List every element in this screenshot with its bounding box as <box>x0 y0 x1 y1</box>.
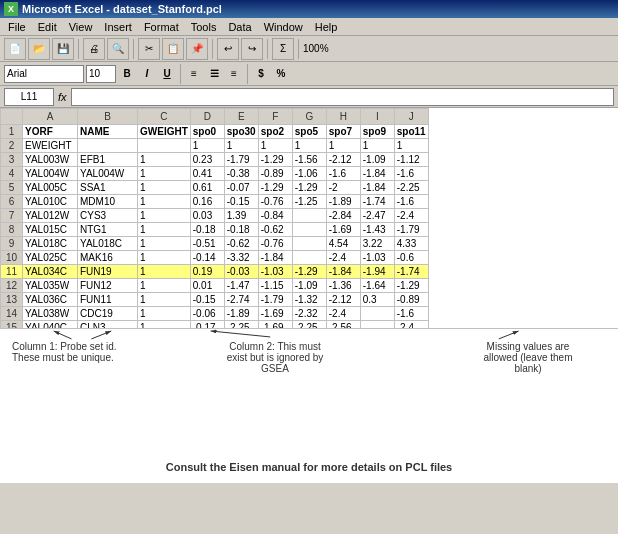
cell[interactable]: -1.69 <box>258 321 292 329</box>
cell[interactable]: -0.51 <box>190 237 224 251</box>
cell[interactable]: GWEIGHT <box>138 125 191 139</box>
cell[interactable]: -1.03 <box>258 265 292 279</box>
cell[interactable]: -1.79 <box>224 153 258 167</box>
cell[interactable]: MDM10 <box>78 195 138 209</box>
cell[interactable]: -1.09 <box>292 279 326 293</box>
open-button[interactable]: 📂 <box>28 38 50 60</box>
cell[interactable] <box>292 223 326 237</box>
italic-button[interactable]: I <box>138 65 156 83</box>
cell[interactable]: 0.01 <box>190 279 224 293</box>
cell[interactable]: -2.12 <box>326 153 360 167</box>
cell[interactable]: -1.29 <box>292 265 326 279</box>
cell[interactable]: 0.61 <box>190 181 224 195</box>
cell[interactable]: -2.4 <box>326 251 360 265</box>
cell[interactable]: -0.76 <box>258 195 292 209</box>
cell[interactable]: -1.29 <box>258 181 292 195</box>
undo-button[interactable]: ↩ <box>217 38 239 60</box>
cell[interactable]: -0.76 <box>258 237 292 251</box>
cell[interactable] <box>360 307 394 321</box>
cell[interactable]: 1 <box>258 139 292 153</box>
cell[interactable]: -2.84 <box>326 209 360 223</box>
cell[interactable]: -0.89 <box>394 293 428 307</box>
cell[interactable]: YAL005C <box>23 181 78 195</box>
menu-edit[interactable]: Edit <box>32 18 63 35</box>
cell[interactable]: -2.25 <box>224 321 258 329</box>
cell[interactable]: -1.15 <box>258 279 292 293</box>
cell[interactable]: -0.15 <box>224 195 258 209</box>
cell[interactable]: 1 <box>394 139 428 153</box>
cell[interactable]: -0.18 <box>224 223 258 237</box>
cell[interactable]: -1.74 <box>394 265 428 279</box>
cell[interactable]: YAL035W <box>23 279 78 293</box>
cell[interactable]: YAL038W <box>23 307 78 321</box>
cell[interactable]: SSA1 <box>78 181 138 195</box>
cell[interactable]: spo0 <box>190 125 224 139</box>
cell[interactable]: -1.29 <box>258 153 292 167</box>
cell[interactable]: -0.15 <box>190 293 224 307</box>
cell[interactable]: YAL015C <box>23 223 78 237</box>
cell[interactable] <box>78 139 138 153</box>
cell[interactable]: -2.25 <box>394 181 428 195</box>
cell[interactable]: -1.84 <box>258 251 292 265</box>
cell[interactable]: 1 <box>138 181 191 195</box>
cell[interactable]: -2.12 <box>326 293 360 307</box>
cell[interactable]: -2 <box>326 181 360 195</box>
cut-button[interactable]: ✂ <box>138 38 160 60</box>
cell[interactable]: FUN19 <box>78 265 138 279</box>
cell[interactable]: -0.84 <box>258 209 292 223</box>
cell[interactable]: YAL036C <box>23 293 78 307</box>
currency-button[interactable]: $ <box>252 65 270 83</box>
cell[interactable]: CYS3 <box>78 209 138 223</box>
align-right-button[interactable]: ≡ <box>225 65 243 83</box>
cell[interactable]: -0.62 <box>258 223 292 237</box>
cell[interactable]: NAME <box>78 125 138 139</box>
cell[interactable]: -3.32 <box>224 251 258 265</box>
copy-button[interactable]: 📋 <box>162 38 184 60</box>
menu-file[interactable]: File <box>2 18 32 35</box>
cell[interactable]: -1.69 <box>326 223 360 237</box>
cell[interactable]: -0.38 <box>224 167 258 181</box>
cell[interactable]: 1.39 <box>224 209 258 223</box>
align-left-button[interactable]: ≡ <box>185 65 203 83</box>
cell[interactable]: -1.89 <box>326 195 360 209</box>
cell[interactable]: -1.12 <box>394 153 428 167</box>
cell[interactable]: -0.14 <box>190 251 224 265</box>
sum-button[interactable]: Σ <box>272 38 294 60</box>
cell[interactable]: -0.06 <box>190 307 224 321</box>
cell[interactable]: -1.84 <box>326 265 360 279</box>
cell[interactable]: 1 <box>138 237 191 251</box>
bold-button[interactable]: B <box>118 65 136 83</box>
cell[interactable]: 1 <box>138 293 191 307</box>
cell[interactable]: -0.62 <box>224 237 258 251</box>
align-center-button[interactable]: ☰ <box>205 65 223 83</box>
cell[interactable]: spo11 <box>394 125 428 139</box>
cell[interactable]: -1.36 <box>326 279 360 293</box>
cell[interactable]: -1.6 <box>394 167 428 181</box>
cell[interactable]: 0.23 <box>190 153 224 167</box>
cell[interactable]: YAL012W <box>23 209 78 223</box>
cell[interactable]: YAL018C <box>23 237 78 251</box>
menu-data[interactable]: Data <box>222 18 257 35</box>
cell[interactable]: -1.29 <box>394 279 428 293</box>
cell[interactable]: -2.4 <box>326 307 360 321</box>
cell[interactable]: EFB1 <box>78 153 138 167</box>
cell[interactable] <box>292 237 326 251</box>
save-button[interactable]: 💾 <box>52 38 74 60</box>
cell[interactable]: -2.47 <box>360 209 394 223</box>
cell[interactable] <box>292 251 326 265</box>
cell[interactable]: YAL003W <box>23 153 78 167</box>
cell[interactable]: 1 <box>292 139 326 153</box>
cell[interactable]: CDC19 <box>78 307 138 321</box>
cell[interactable]: 0.19 <box>190 265 224 279</box>
cell[interactable]: -2.32 <box>292 307 326 321</box>
cell[interactable]: -1.09 <box>360 153 394 167</box>
cell-reference-input[interactable] <box>4 88 54 106</box>
cell[interactable]: 1 <box>224 139 258 153</box>
cell[interactable]: -1.84 <box>360 181 394 195</box>
cell[interactable]: YAL018C <box>78 237 138 251</box>
cell[interactable]: FUN11 <box>78 293 138 307</box>
menu-help[interactable]: Help <box>309 18 344 35</box>
cell[interactable]: -0.89 <box>258 167 292 181</box>
cell[interactable]: 0.41 <box>190 167 224 181</box>
cell[interactable]: -1.32 <box>292 293 326 307</box>
